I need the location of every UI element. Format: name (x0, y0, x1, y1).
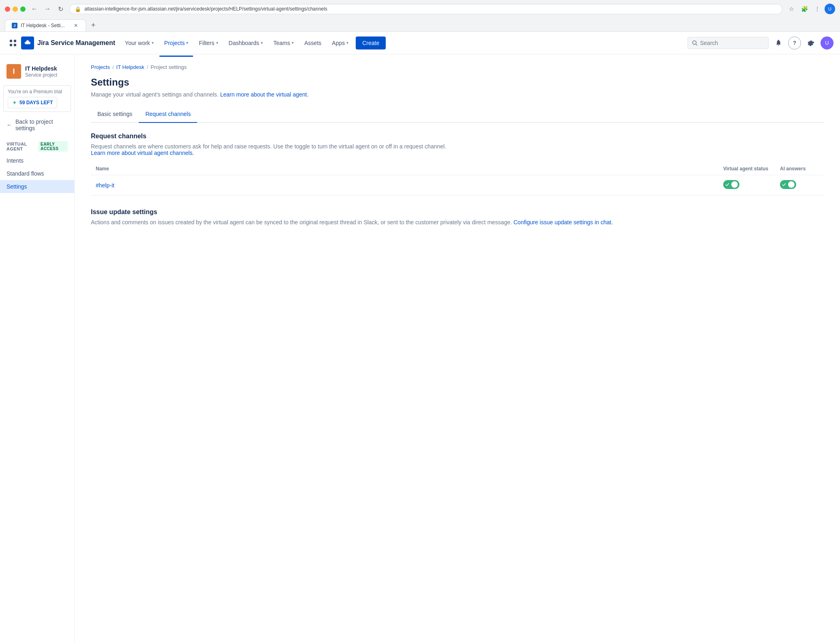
svg-rect-1 (14, 40, 16, 42)
nav-apps[interactable]: Apps ▾ (327, 37, 353, 49)
grid-menu-button[interactable] (6, 37, 19, 49)
chevron-down-icon: ▾ (346, 41, 348, 45)
breadcrumb: Projects / IT Helpdesk / Project setting… (91, 64, 824, 70)
trial-days-label: 59 DAYS LEFT (19, 100, 53, 105)
trial-banner: You're on a Premium trial ✦ 59 DAYS LEFT (3, 85, 71, 112)
trial-text: You're on a Premium trial (8, 89, 67, 94)
virtual-agent-toggle[interactable] (723, 180, 739, 189)
request-channels-section: Request channels Request channels are wh… (91, 133, 824, 195)
more-button[interactable]: ⋮ (812, 3, 823, 15)
top-nav: Jira Service Management Your work ▾ Proj… (0, 32, 840, 54)
maximize-window-btn[interactable] (20, 6, 26, 12)
toggle-thumb (731, 181, 738, 188)
nav-assets-label: Assets (304, 40, 321, 46)
new-tab-button[interactable]: + (88, 20, 99, 31)
svg-point-4 (693, 41, 696, 44)
tab-basic-settings[interactable]: Basic settings (91, 106, 139, 123)
browser-dots (5, 6, 26, 12)
toggle-check-icon (725, 183, 729, 187)
svg-line-5 (696, 44, 698, 45)
settings-button[interactable] (804, 37, 817, 49)
nav-your-work[interactable]: Your work ▾ (120, 37, 159, 49)
address-bar[interactable]: 🔒 atlassian-intelligence-for-jsm.atlassi… (69, 4, 782, 14)
page-content: Projects / IT Helpdesk / Project setting… (75, 54, 840, 642)
chevron-down-icon: ▾ (216, 41, 218, 45)
virtual-agent-toggle-cell (718, 175, 775, 195)
channels-table: Name Virtual agent status AI answers #he… (91, 163, 824, 195)
close-window-btn[interactable] (5, 6, 10, 12)
tab-close-button[interactable]: ✕ (73, 22, 79, 29)
bookmark-button[interactable]: ☆ (786, 3, 797, 15)
nav-filters[interactable]: Filters ▾ (194, 37, 223, 49)
browser-chrome: ← → ↻ 🔒 atlassian-intelligence-for-jsm.a… (0, 0, 840, 32)
browser-user-avatar[interactable]: U (825, 4, 835, 14)
sidebar-item-standard-flows[interactable]: Standard flows (0, 167, 74, 180)
reload-nav-button[interactable]: ↻ (55, 3, 66, 15)
tab-favicon: J (12, 23, 17, 28)
issue-update-title: Issue update settings (91, 208, 824, 216)
browser-nav: ← → ↻ (29, 3, 66, 15)
nav-apps-label: Apps (332, 40, 345, 46)
nav-projects[interactable]: Projects ▾ (159, 37, 193, 49)
project-name: IT Helpdesk (25, 65, 57, 72)
svg-rect-2 (10, 44, 12, 46)
back-to-project-settings-button[interactable]: ← Back to project settings (0, 115, 74, 135)
user-avatar[interactable]: U (821, 37, 834, 49)
create-label: Create (362, 40, 379, 46)
browser-actions: ☆ 🧩 ⋮ U (786, 3, 835, 15)
chevron-down-icon: ▾ (186, 41, 188, 45)
sidebar: I IT Helpdesk Service project You're on … (0, 54, 75, 642)
breadcrumb-helpdesk-link[interactable]: IT Helpdesk (116, 64, 144, 70)
forward-nav-button[interactable]: → (42, 3, 53, 15)
svg-rect-3 (14, 44, 16, 46)
nav-assets[interactable]: Assets (299, 37, 326, 49)
search-box[interactable]: Search (687, 37, 769, 49)
notifications-button[interactable] (772, 37, 785, 49)
back-nav-button[interactable]: ← (29, 3, 40, 15)
extensions-button[interactable]: 🧩 (799, 3, 810, 15)
learn-more-channels-link[interactable]: Learn more about virtual agent channels. (91, 150, 194, 156)
table-header-row: Name Virtual agent status AI answers (91, 163, 824, 175)
back-btn-label: Back to project settings (15, 118, 68, 131)
request-channels-title: Request channels (91, 133, 824, 140)
ai-answers-toggle[interactable] (780, 180, 796, 189)
toggle-check-icon-ai (782, 183, 786, 187)
early-access-badge: EARLY ACCESS (38, 141, 68, 152)
help-button[interactable]: ? (788, 37, 801, 49)
issue-update-desc: Actions and comments on issues created b… (91, 219, 824, 225)
page-description: Manage your virtual agent's settings and… (91, 91, 824, 98)
breadcrumb-projects-link[interactable]: Projects (91, 64, 110, 70)
tab-request-channels[interactable]: Request channels (139, 106, 197, 123)
nav-dashboards[interactable]: Dashboards ▾ (224, 37, 268, 49)
trial-button[interactable]: ✦ 59 DAYS LEFT (8, 97, 57, 108)
issue-update-section: Issue update settings Actions and commen… (91, 208, 824, 225)
grid-icon (9, 39, 17, 47)
browser-tab-active[interactable]: J IT Helpdesk - Setti... ✕ (5, 19, 86, 31)
breadcrumb-sep-1: / (112, 64, 114, 70)
table-body: #help-it (91, 175, 824, 195)
jira-logo-icon (21, 37, 34, 49)
configure-issue-update-link[interactable]: Configure issue update settings in chat. (513, 219, 613, 225)
table-row: #help-it (91, 175, 824, 195)
minimize-window-btn[interactable] (13, 6, 18, 12)
nav-your-work-label: Your work (125, 40, 150, 46)
sidebar-project: I IT Helpdesk Service project (0, 61, 74, 85)
channel-name-link[interactable]: #help-it (96, 182, 114, 189)
nav-teams[interactable]: Teams ▾ (269, 37, 299, 49)
nav-logo[interactable]: Jira Service Management (21, 37, 115, 49)
create-button[interactable]: Create (356, 37, 386, 49)
page-title: Settings (91, 77, 824, 88)
project-type: Service project (25, 72, 57, 78)
chevron-down-icon: ▾ (261, 41, 263, 45)
sidebar-item-intents[interactable]: Intents (0, 154, 74, 167)
project-initial: I (13, 67, 15, 76)
plus-icon: ✦ (12, 99, 17, 106)
channel-name-cell: #help-it (91, 175, 718, 195)
learn-more-virtual-agent-link[interactable]: Learn more about the virtual agent. (220, 91, 309, 98)
sidebar-item-settings[interactable]: Settings (0, 180, 74, 193)
lock-icon: 🔒 (75, 6, 81, 12)
section-desc-text: Request channels are where customers ask… (91, 143, 446, 150)
toggle-track (723, 180, 739, 189)
page-description-text: Manage your virtual agent's settings and… (91, 91, 219, 98)
nav-logo-text: Jira Service Management (37, 39, 115, 47)
